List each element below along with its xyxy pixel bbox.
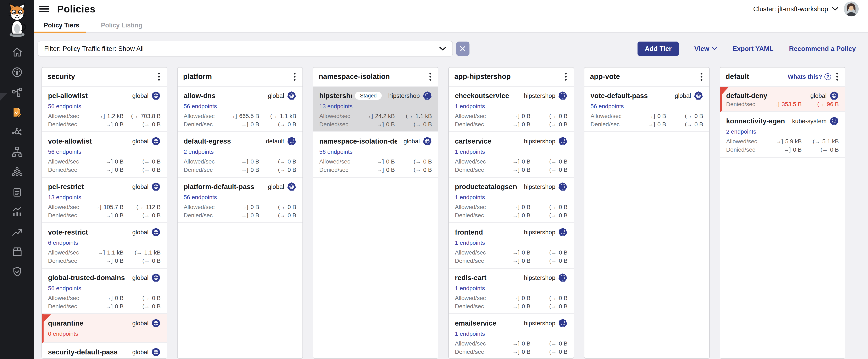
denied-per-sec-label: Denied/sec [455,258,484,264]
ingress-icon: →] [513,212,520,219]
endpoints-link[interactable]: 56 endpoints [48,103,81,110]
tab-policy-listing[interactable]: Policy Listing [92,18,149,32]
ingress-icon: →] [241,121,248,128]
sidebar-item-dashboard[interactable] [0,62,34,82]
policy-card-pci-restrict[interactable]: pci-restrict global 13 endpoints Allowed… [42,178,167,223]
endpoints-link[interactable]: 2 endpoints [726,129,756,135]
policy-card-pci-allowlist[interactable]: pci-allowlist global 56 endpoints Allowe… [42,87,167,132]
policy-card-vote-restrict[interactable]: vote-restrict global 6 endpoints Allowed… [42,223,167,269]
policy-card-emailservice[interactable]: emailservice hipstershop ns 1 endpoints … [449,314,574,359]
user-avatar[interactable] [844,1,859,17]
denied-per-sec-ingress-value: 0 B [522,303,530,310]
sidebar-item-threat-defense[interactable] [0,262,34,282]
tab-policy-tiers[interactable]: Policy Tiers [34,18,86,32]
endpoints-link[interactable]: 2 endpoints [184,148,214,155]
policy-traffic-filter-select[interactable]: Filter: Policy Traffic filter: Show All [37,41,453,56]
sidebar-item-image-assurance[interactable] [0,242,34,262]
endpoints-link[interactable]: 1 endpoints [455,240,485,246]
tier-menu-icon[interactable] [699,72,704,81]
tier-column-platform: platform allow-dns global 56 endpoints A… [177,67,303,359]
allowed-per-sec-label: Allowed/sec [48,113,79,119]
global-icon [423,137,432,146]
sidebar-item-home[interactable] [0,42,34,62]
endpoints-link[interactable]: 56 endpoints [48,148,81,155]
export-yaml-button[interactable]: Export YAML [733,45,773,53]
clear-filter-button[interactable] [456,42,469,56]
endpoints-link[interactable]: 6 endpoints [48,240,78,246]
sidebar-item-flow-logs[interactable] [0,202,34,222]
recommend-policy-button[interactable]: Recommend a Policy [789,45,856,53]
policy-card-vote-allowlist[interactable]: vote-allowlist global 56 endpoints Allow… [42,132,167,178]
endpoints-link[interactable]: 1 endpoints [455,331,485,337]
policy-card-redis-cart[interactable]: redis-cart hipstershop ns 1 endpoints Al… [449,269,574,314]
allowed-per-sec-row: Allowed/sec →]1.1 kB (→1.1 kB [48,248,161,257]
tier-menu-icon[interactable] [564,72,568,81]
denied-per-sec-ingress-value: 0 B [386,121,395,128]
policy-card-global-trusted-domains[interactable]: global-trusted-domains global 56 endpoin… [42,269,167,314]
tier-menu-icon[interactable] [292,72,297,81]
sidebar-item-topology[interactable] [0,142,34,162]
view-button[interactable]: View [694,45,717,53]
sidebar-item-threat-trends[interactable] [0,222,34,242]
allowed-per-sec-egress-value: 0 B [423,158,432,165]
ingress-icon: →] [366,113,373,119]
policy-card-default-egress[interactable]: default-egress default ns 2 endpoints Al… [178,132,303,178]
endpoints-link[interactable]: 1 endpoints [455,148,485,155]
whats-this-link[interactable]: Whats this? ? [788,73,831,80]
endpoints-link[interactable]: 56 endpoints [48,285,81,292]
allowed-per-sec-row: Allowed/sec →]0 B (→0 B [48,294,161,302]
svg-text:ns: ns [562,234,564,236]
allowed-per-sec-row: Allowed/sec →]665.5 B (→1.1 kB [184,112,296,120]
policy-card-allow-dns[interactable]: allow-dns global 56 endpoints Allowed/se… [178,87,303,132]
tier-menu-icon[interactable] [157,72,161,81]
cluster-selector[interactable]: Cluster: jlt-msft-workshop [753,5,838,13]
sidebar-item-network-sets[interactable] [0,82,34,102]
allowed-per-sec-egress-value: 1.1 kB [280,113,296,119]
denied-per-sec-egress-value: 0 B [152,167,161,173]
sidebar-item-policies[interactable] [0,102,34,122]
endpoints-link[interactable]: 56 endpoints [319,148,352,155]
policy-card-vote-default-pass[interactable]: vote-default-pass global 56 endpoints Al… [584,87,709,132]
endpoints-link[interactable]: 56 endpoints [184,103,217,110]
endpoints-link[interactable]: 56 endpoints [184,194,217,201]
endpoints-link[interactable]: 1 endpoints [455,285,485,292]
endpoints-link[interactable]: 13 endpoints [319,103,352,110]
policy-name: vote-default-pass [590,92,648,100]
policy-name: vote-allowlist [48,137,92,145]
tier-menu-icon[interactable] [835,72,839,81]
endpoints-link[interactable]: 1 endpoints [455,103,485,110]
denied-per-sec-egress-value: 0 B [152,212,161,219]
policy-card-frontend[interactable]: frontend hipstershop ns 1 endpoints Allo… [449,223,574,269]
endpoints-link[interactable]: 1 endpoints [455,194,485,201]
policy-card-quarantine[interactable]: quarantine global 0 endpoints [42,314,167,343]
policy-card-namespace-isolation-default-p…[interactable]: namespace-isolation-default-p… global 56… [313,132,438,178]
policy-card-cartservice[interactable]: cartservice hipstershop ns 1 endpoints A… [449,132,574,178]
tier-menu-icon[interactable] [428,72,432,81]
global-icon [287,91,296,100]
sidebar-item-compliance-reports[interactable] [0,182,34,202]
policy-card-default-deny[interactable]: default-deny global Denied/sec →]353.5 B… [720,87,845,112]
add-tier-button[interactable]: Add Tier [638,42,679,56]
menu-icon[interactable] [39,6,49,12]
policy-card-security-default-pass[interactable]: security-default-pass global [42,343,167,359]
egress-icon: (→ [142,303,150,309]
denied-per-sec-ingress-value: 0 B [793,146,802,153]
endpoints-link[interactable]: 56 endpoints [590,103,624,110]
endpoints-link[interactable]: 13 endpoints [48,194,81,201]
sidebar [0,0,34,359]
top-right: Cluster: jlt-msft-workshop [753,1,859,17]
policy-card-hipstershop-gh…[interactable]: hipstershop-gh…Staged hipstershop ns 13 … [313,87,438,132]
namespace-icon: ns [423,91,432,100]
threat-trends-icon [11,226,23,238]
allowed-per-sec-ingress-value: 0 B [522,340,530,347]
svg-text:ns: ns [562,280,564,281]
sidebar-item-service-graph[interactable] [0,122,34,142]
allowed-per-sec-label: Allowed/sec [455,204,486,211]
denied-per-sec-egress-value: 0 B [559,167,567,173]
policy-card-productcatalogservice[interactable]: productcatalogservice hipstershop ns 1 e… [449,178,574,223]
policy-card-checkoutservice[interactable]: checkoutservice hipstershop ns 1 endpoin… [449,87,574,132]
policy-card-platform-default-pass[interactable]: platform-default-pass global 56 endpoint… [178,178,303,223]
sidebar-item-endpoints[interactable] [0,162,34,182]
policy-card-konnectivity-agent[interactable]: konnectivity-agent kube-system ns 2 endp… [720,112,845,158]
endpoints-link[interactable]: 0 endpoints [48,331,78,337]
